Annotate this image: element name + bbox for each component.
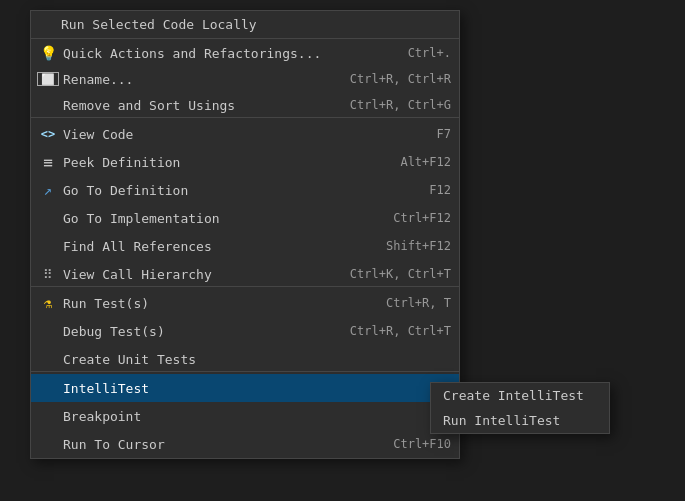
goto-icon: ↗ <box>37 180 59 200</box>
hierarchy-icon: ⠿ <box>37 264 59 284</box>
no-icon-5 <box>37 349 59 369</box>
view-call-hierarchy-shortcut: Ctrl+K, Ctrl+T <box>350 267 451 281</box>
menu-item-run-tests[interactable]: ⚗ Run Test(s) Ctrl+R, T <box>31 289 459 317</box>
intellitest-label: IntelliTest <box>63 381 437 396</box>
menu-item-remove-sort[interactable]: Remove and Sort Usings Ctrl+R, Ctrl+G <box>31 91 459 118</box>
menu-item-go-to-implementation[interactable]: Go To Implementation Ctrl+F12 <box>31 204 459 232</box>
rename-shortcut: Ctrl+R, Ctrl+R <box>350 72 451 86</box>
menu-item-create-unit-tests[interactable]: Create Unit Tests <box>31 345 459 372</box>
context-menu: Run Selected Code Locally 💡 Quick Action… <box>30 10 460 459</box>
go-to-definition-shortcut: F12 <box>429 183 451 197</box>
test-icon: ⚗ <box>37 293 59 313</box>
menu-header[interactable]: Run Selected Code Locally <box>31 11 459 39</box>
menu-item-view-call-hierarchy[interactable]: ⠿ View Call Hierarchy Ctrl+K, Ctrl+T <box>31 260 459 287</box>
menu-item-view-code[interactable]: <> View Code F7 <box>31 120 459 148</box>
intellitest-submenu: Create IntelliTest Run IntelliTest <box>430 382 610 434</box>
quick-actions-label: Quick Actions and Refactorings... <box>63 46 388 61</box>
view-call-hierarchy-label: View Call Hierarchy <box>63 267 330 282</box>
go-to-definition-label: Go To Definition <box>63 183 409 198</box>
code-icon: <> <box>37 124 59 144</box>
no-icon-8 <box>37 434 59 454</box>
menu-item-go-to-definition[interactable]: ↗ Go To Definition F12 <box>31 176 459 204</box>
menu-item-quick-actions[interactable]: 💡 Quick Actions and Refactorings... Ctrl… <box>31 39 459 67</box>
menu-item-intellitest[interactable]: IntelliTest ▶ <box>31 374 459 402</box>
menu-item-run-to-cursor[interactable]: Run To Cursor Ctrl+F10 <box>31 430 459 458</box>
no-icon-3 <box>37 236 59 256</box>
run-tests-label: Run Test(s) <box>63 296 366 311</box>
no-icon-4 <box>37 321 59 341</box>
find-all-references-label: Find All References <box>63 239 366 254</box>
no-icon-7 <box>37 406 59 426</box>
menu-item-find-all-references[interactable]: Find All References Shift+F12 <box>31 232 459 260</box>
view-code-label: View Code <box>63 127 417 142</box>
submenu-item-run-intellitest[interactable]: Run IntelliTest <box>431 408 609 433</box>
bulb-icon: 💡 <box>37 43 59 63</box>
rename-icon: ⬜ <box>37 72 59 86</box>
view-code-shortcut: F7 <box>437 127 451 141</box>
rename-label: Rename... <box>63 72 330 87</box>
go-to-implementation-label: Go To Implementation <box>63 211 373 226</box>
no-icon-6 <box>37 378 59 398</box>
find-all-references-shortcut: Shift+F12 <box>386 239 451 253</box>
create-unit-tests-label: Create Unit Tests <box>63 352 431 367</box>
create-intellitest-label: Create IntelliTest <box>443 388 597 403</box>
menu-item-peek-definition[interactable]: ≡ Peek Definition Alt+F12 <box>31 148 459 176</box>
run-intellitest-label: Run IntelliTest <box>443 413 597 428</box>
run-to-cursor-shortcut: Ctrl+F10 <box>393 437 451 451</box>
menu-item-breakpoint[interactable]: Breakpoint ▶ <box>31 402 459 430</box>
menu-header-label: Run Selected Code Locally <box>61 17 257 32</box>
remove-sort-label: Remove and Sort Usings <box>63 98 330 113</box>
run-to-cursor-label: Run To Cursor <box>63 437 373 452</box>
menu-item-rename[interactable]: ⬜ Rename... Ctrl+R, Ctrl+R <box>31 67 459 91</box>
menu-item-debug-tests[interactable]: Debug Test(s) Ctrl+R, Ctrl+T <box>31 317 459 345</box>
peek-definition-shortcut: Alt+F12 <box>400 155 451 169</box>
submenu-item-create-intellitest[interactable]: Create IntelliTest <box>431 383 609 408</box>
debug-tests-shortcut: Ctrl+R, Ctrl+T <box>350 324 451 338</box>
go-to-implementation-shortcut: Ctrl+F12 <box>393 211 451 225</box>
no-icon-1 <box>37 95 59 115</box>
quick-actions-shortcut: Ctrl+. <box>408 46 451 60</box>
breakpoint-label: Breakpoint <box>63 409 437 424</box>
run-tests-shortcut: Ctrl+R, T <box>386 296 451 310</box>
peek-icon: ≡ <box>37 152 59 172</box>
peek-definition-label: Peek Definition <box>63 155 380 170</box>
remove-sort-shortcut: Ctrl+R, Ctrl+G <box>350 98 451 112</box>
debug-tests-label: Debug Test(s) <box>63 324 330 339</box>
no-icon-2 <box>37 208 59 228</box>
